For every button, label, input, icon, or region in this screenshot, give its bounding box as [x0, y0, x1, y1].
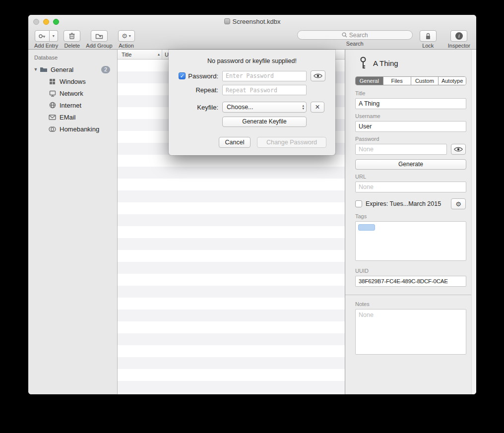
inspector-tabs: General Files Custom Autotype	[355, 76, 466, 85]
username-field-label: Username	[355, 113, 466, 119]
titlebar: Screenshot.kdbx	[28, 15, 476, 29]
title-field[interactable]	[355, 98, 466, 109]
action-button[interactable]: ⚙ ▾	[118, 30, 135, 42]
sidebar: Database ▼ General 2 Windows	[28, 50, 118, 394]
add-entry-button[interactable]	[35, 30, 50, 42]
sidebar-item-network[interactable]: Network	[28, 87, 117, 99]
sidebar-item-label: Windows	[60, 78, 86, 85]
password-sheet: No password or keyfile supplied! ✓ Passw…	[169, 50, 335, 155]
tab-files[interactable]: Files	[383, 77, 411, 85]
username-field[interactable]	[355, 121, 466, 132]
monitor-icon	[48, 90, 57, 97]
tab-custom[interactable]: Custom	[411, 77, 439, 85]
key-plus-icon	[38, 33, 46, 40]
action-group: ⚙ ▾ Action	[118, 30, 135, 49]
search-label: Search	[346, 41, 364, 47]
sidebar-group-general[interactable]: ▼ General 2	[28, 63, 117, 75]
password-label: Password:	[188, 72, 218, 80]
inspector-scrollbar[interactable]	[471, 50, 476, 394]
sidebar-item-windows[interactable]: Windows	[28, 75, 117, 87]
sheet-message: No password or keyfile supplied!	[169, 58, 335, 64]
tab-autotype[interactable]: Autotype	[439, 77, 466, 85]
tag-chip[interactable]	[358, 224, 375, 231]
tab-general[interactable]: General	[356, 77, 383, 85]
windows-icon	[48, 78, 57, 85]
action-label: Action	[119, 43, 134, 49]
password-field-label: Password	[355, 136, 466, 142]
generate-keyfile-button[interactable]: Generate Keyfile	[222, 117, 307, 127]
password-field[interactable]	[355, 144, 447, 155]
gear-icon: ⚙	[122, 32, 127, 40]
lock-group: Lock	[420, 30, 437, 49]
column-header-title[interactable]: Title ▴	[118, 50, 162, 59]
window-chrome: Screenshot.kdbx ▾ Add Entry	[28, 15, 476, 50]
enter-password-input[interactable]	[222, 71, 307, 81]
tags-box[interactable]	[355, 221, 466, 261]
search-group: Search Search	[297, 30, 413, 47]
eye-icon	[314, 73, 322, 79]
info-icon: i	[455, 32, 463, 40]
repeat-password-input[interactable]	[222, 85, 307, 95]
close-x-icon: ×	[315, 103, 319, 111]
sidebar-item-label: EMail	[60, 114, 76, 121]
sidebar-section-header: Database	[28, 53, 117, 63]
add-entry-group: ▾ Add Entry	[34, 30, 58, 49]
sidebar-item-label: Internet	[60, 102, 81, 109]
search-placeholder: Search	[349, 32, 368, 39]
folder-plus-icon	[95, 33, 103, 39]
clear-keyfile-button[interactable]: ×	[311, 102, 324, 113]
key-icon	[359, 57, 367, 69]
delete-label: Delete	[64, 43, 80, 49]
reveal-password-button[interactable]	[451, 144, 466, 155]
popup-chevrons-icon: ▴▾	[302, 104, 304, 110]
sidebar-item-homebanking[interactable]: Homebanking	[28, 123, 117, 135]
cancel-button[interactable]: Cancel	[219, 137, 251, 148]
disclosure-triangle-icon[interactable]: ▼	[32, 67, 39, 72]
search-icon	[342, 32, 347, 38]
add-group-group: Add Group	[86, 30, 112, 49]
gear-icon: ⚙	[455, 200, 461, 208]
chevron-down-icon: ▾	[129, 34, 131, 38]
inspector-toggle-group: i Inspector	[448, 30, 470, 49]
password-checkbox[interactable]: ✓	[179, 72, 186, 79]
expires-settings-button[interactable]: ⚙	[451, 198, 466, 209]
inspector-panel: A Thing General Files Custom Autotype Ti…	[345, 50, 476, 394]
title-field-label: Title	[355, 90, 466, 96]
coins-icon	[48, 125, 57, 133]
sort-ascending-icon: ▴	[158, 52, 160, 57]
add-group-button[interactable]	[91, 30, 108, 42]
show-password-button[interactable]	[311, 70, 325, 81]
add-group-label: Add Group	[86, 43, 112, 49]
keyfile-popup[interactable]: Choose... ▴▾	[222, 102, 307, 113]
add-entry-dropdown[interactable]: ▾	[50, 30, 58, 42]
inspector-button[interactable]: i	[450, 30, 467, 42]
notes-label: Notes	[355, 301, 466, 307]
url-field[interactable]	[355, 182, 466, 192]
keyfile-label: Keyfile:	[197, 104, 218, 111]
expires-label: Expires: Tues...March 2015	[366, 200, 441, 207]
delete-button[interactable]	[63, 30, 80, 42]
app-window: Screenshot.kdbx ▾ Add Entry	[28, 15, 476, 394]
delete-group: Delete	[63, 30, 80, 49]
sidebar-item-internet[interactable]: Internet	[28, 99, 117, 111]
folder-icon	[39, 66, 48, 73]
eye-icon	[454, 146, 463, 152]
lock-button[interactable]	[420, 30, 437, 42]
lock-label: Lock	[422, 43, 434, 49]
notes-field[interactable]	[355, 309, 466, 355]
inspector-divider	[345, 295, 476, 295]
change-password-button[interactable]: Change Password	[257, 137, 326, 148]
sidebar-item-email[interactable]: EMail	[28, 111, 117, 123]
url-field-label: URL	[355, 174, 466, 180]
entry-count-badge: 2	[101, 66, 110, 73]
search-input[interactable]: Search	[297, 30, 413, 40]
tags-label: Tags	[355, 213, 466, 219]
uuid-field[interactable]	[355, 276, 466, 287]
generate-password-button[interactable]: Generate	[355, 159, 466, 170]
sidebar-item-label: Network	[60, 90, 83, 97]
inspector-label: Inspector	[448, 43, 470, 49]
repeat-label: Repeat:	[195, 86, 218, 94]
toolbar: ▾ Add Entry Delete	[28, 29, 476, 50]
expires-checkbox[interactable]	[355, 200, 362, 207]
trash-icon	[68, 32, 75, 40]
